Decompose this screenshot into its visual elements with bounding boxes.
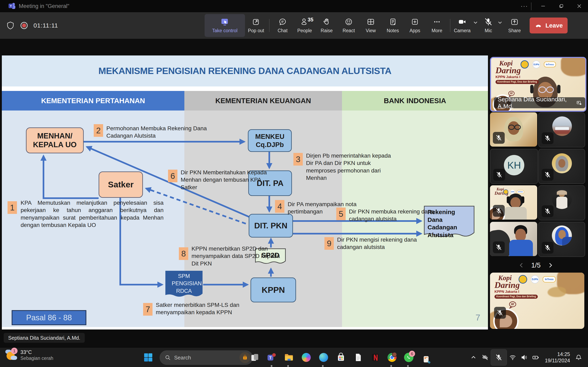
- intress-logo-icon: InTress: [544, 62, 556, 67]
- chrome-icon[interactable]: [386, 351, 398, 364]
- step-9-badge: 9: [324, 237, 334, 250]
- svg-text:T: T: [269, 356, 272, 360]
- mic-muted-badge: [542, 169, 553, 181]
- notes-button[interactable]: Notes: [382, 14, 404, 37]
- chat-icon: [278, 17, 287, 26]
- mic-muted-badge: [493, 205, 505, 217]
- volume-icon[interactable]: [518, 350, 530, 365]
- edge-icon[interactable]: [318, 351, 330, 364]
- video-tile-participant[interactable]: [538, 149, 585, 184]
- step-1-text: KPA Memutuskan melanjutkan penyelesaian …: [21, 199, 164, 229]
- netflix-icon[interactable]: [369, 351, 381, 364]
- kemenkeu-logo-icon: [519, 275, 527, 284]
- camera-button[interactable]: Camera: [452, 14, 472, 37]
- microsoft-store-icon[interactable]: [335, 351, 347, 364]
- avatar: [552, 153, 572, 173]
- node-menhan-kepala-uo: MENHAN/ KEPALA UO: [26, 127, 84, 153]
- minimize-button[interactable]: [534, 0, 552, 12]
- snipping-app-icon[interactable]: [420, 353, 432, 366]
- video-tile-participant[interactable]: [538, 222, 585, 257]
- video-tile-participant[interactable]: [538, 112, 585, 147]
- avatar: [552, 225, 572, 245]
- mic-muted-badge: [542, 242, 553, 254]
- video-tile-participant[interactable]: [538, 185, 585, 220]
- leave-button[interactable]: Leave: [530, 17, 568, 33]
- more-ellipsis-icon: [433, 17, 441, 26]
- institution-logos: DJPb InTress: [521, 60, 556, 68]
- copilot-icon[interactable]: [300, 351, 312, 364]
- teams-taskbar-icon[interactable]: T: [265, 351, 278, 364]
- video-tile-participant[interactable]: [490, 222, 537, 256]
- node-dit-pkn: DIT. PKN: [249, 214, 293, 238]
- video-tile-participant[interactable]: KH: [490, 149, 538, 184]
- start-button[interactable]: [143, 352, 154, 363]
- security-shield-icon: [6, 21, 15, 30]
- people-button[interactable]: 35 People: [294, 14, 316, 37]
- mic-button[interactable]: Mic: [480, 14, 497, 37]
- weather-condition: Sebagian cerah: [20, 356, 53, 361]
- avatar-initials: KH: [504, 155, 524, 175]
- chrome-profile-avatar: [392, 352, 397, 357]
- shared-screen-slide: MEKANISME PENGISIAN REKENING DANA CADANG…: [2, 55, 488, 329]
- tray-mic-muted-icon[interactable]: [491, 349, 507, 366]
- page-next-chevron-icon[interactable]: [548, 262, 553, 268]
- institution-logos: DJPb InTress: [519, 275, 556, 284]
- mic-muted-icon: [484, 17, 493, 26]
- weather-temp: 33°C: [20, 349, 53, 355]
- wifi-icon[interactable]: [507, 350, 518, 365]
- notification-bell-icon[interactable]: [573, 350, 584, 365]
- battery-charging-icon[interactable]: [530, 350, 541, 365]
- mic-muted-badge: [542, 205, 553, 217]
- titlebar-divider: [531, 2, 531, 10]
- step-2-badge: 2: [94, 124, 103, 137]
- people-count-badge: 35: [308, 17, 313, 23]
- step-6-badge: 6: [168, 170, 177, 182]
- page-prev-chevron-icon[interactable]: [519, 262, 524, 268]
- video-tile-active-speaker[interactable]: Kopi Daring KPPN Jakarta I Koordinasi Pa…: [490, 57, 586, 112]
- document-app-icon[interactable]: [352, 351, 364, 364]
- task-view-icon[interactable]: [249, 351, 261, 364]
- mic-options-chevron-icon[interactable]: [497, 19, 503, 25]
- video-tile-participant[interactable]: Kopi Daring DJPb InTress: [490, 185, 537, 220]
- apps-button[interactable]: Apps: [404, 14, 426, 37]
- whatsapp-icon[interactable]: 6: [403, 351, 415, 364]
- windows-logo-icon: [144, 353, 153, 362]
- weather-widget[interactable]: 1 33°C Sebagian cerah: [5, 349, 53, 361]
- raise-hand-button[interactable]: Raise: [316, 14, 338, 37]
- mic-muted-badge: [542, 132, 553, 144]
- hidden-icons-chevron[interactable]: [468, 350, 479, 365]
- avatar: [552, 189, 572, 209]
- search-box[interactable]: Search: [160, 350, 253, 365]
- share-button[interactable]: Share: [505, 14, 524, 37]
- search-placeholder: Search: [174, 355, 236, 361]
- camera-options-chevron-icon[interactable]: [472, 19, 479, 25]
- close-button[interactable]: [571, 0, 588, 12]
- notification-count-badge: 1: [11, 348, 17, 354]
- take-control-button[interactable]: Take control: [205, 14, 245, 37]
- window-title: Meeting in "General": [19, 3, 69, 9]
- onedrive-paused-icon[interactable]: [479, 350, 491, 365]
- step-3-text: Dirjen Pb memerintahkan kepada Dir PA da…: [306, 152, 392, 182]
- view-grid-icon: [366, 17, 375, 26]
- mic-muted-badge: [493, 242, 505, 253]
- file-explorer-icon[interactable]: [283, 351, 295, 364]
- react-button[interactable]: React: [338, 14, 360, 37]
- share-icon: [510, 17, 519, 26]
- recording-indicator: [20, 21, 28, 30]
- titlebar-more-icon[interactable]: ···: [520, 1, 529, 11]
- video-tile-participant[interactable]: [490, 112, 537, 147]
- mic-muted-badge: [493, 132, 505, 144]
- weather-icon: 1: [5, 349, 17, 361]
- presenter-caption: Septiana Dita Suciandari, A.Md.: [4, 333, 85, 343]
- video-tile-participant[interactable]: Kopi Daring KPPN Jakarta I Koordinasi Pa…: [490, 273, 584, 329]
- more-button[interactable]: More: [426, 14, 448, 37]
- chat-button[interactable]: Chat: [272, 14, 294, 37]
- notes-icon: [389, 17, 397, 26]
- restore-button[interactable]: [553, 0, 570, 12]
- view-button[interactable]: View: [360, 14, 382, 37]
- meeting-toolbar: 01:11:11 Take control Pop out: [0, 12, 588, 39]
- clock-widget[interactable]: 14:25 19/11/2024: [545, 351, 570, 364]
- pop-out-button[interactable]: Pop out: [245, 14, 267, 37]
- toolbar-divider: [269, 19, 269, 32]
- step-5-badge: 5: [336, 208, 346, 220]
